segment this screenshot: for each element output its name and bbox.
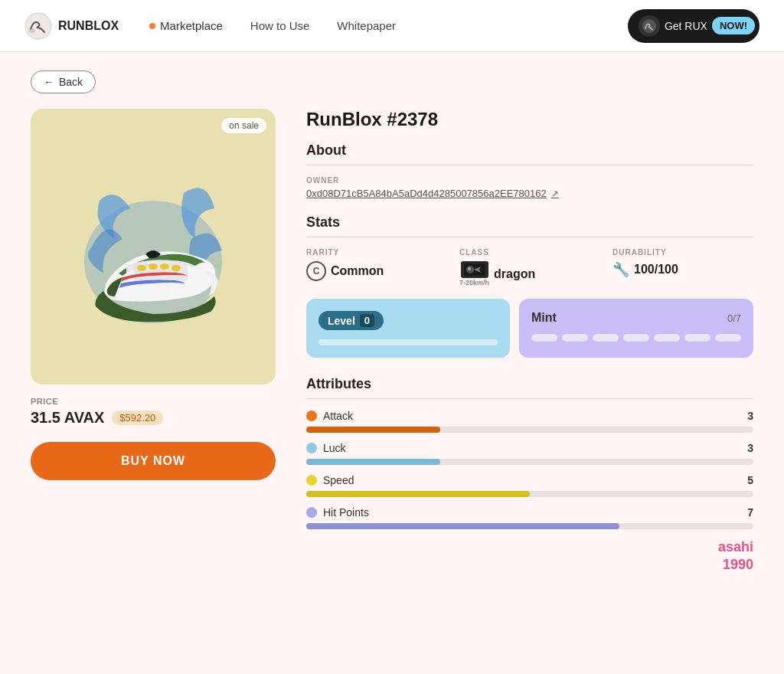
attribute-row-hit-points: Hit Points 7 [306, 506, 753, 529]
hit-points-value: 7 [747, 506, 753, 519]
mint-label: Mint [531, 311, 557, 325]
nav-whitepaper[interactable]: Whitepaper [337, 19, 396, 32]
price-usd: $592.20 [112, 411, 163, 425]
rux-logo-icon [639, 15, 660, 37]
durability-stat: DURABILITY 🔧 100/100 [612, 248, 753, 286]
mint-dot-7 [715, 334, 741, 342]
rarity-icon: C [306, 261, 326, 281]
back-arrow-icon: ← [44, 76, 54, 88]
price-label: PRICE [31, 397, 276, 406]
on-sale-badge: on sale [221, 118, 266, 133]
speed-bar-background [306, 491, 753, 497]
class-stat: CLASS [459, 248, 600, 286]
luck-bar-background [306, 459, 753, 465]
mint-dot-3 [593, 334, 619, 342]
price-avax: 31.5 AVAX [31, 409, 104, 427]
luck-bar-fill [306, 459, 440, 465]
now-badge: NOW! [712, 17, 755, 34]
svg-point-1 [29, 28, 35, 33]
mint-dot-1 [531, 334, 557, 342]
stats-section: Stats RARITY C Common CLASS [306, 214, 753, 286]
luck-value: 3 [747, 442, 753, 454]
right-panel: RunBlox #2378 About OWNER 0xd08D71cB5A84… [306, 109, 753, 574]
rarity-stat: RARITY C Common [306, 248, 447, 286]
attributes-section: Attributes Attack 3 [306, 376, 753, 529]
attributes-divider [306, 398, 753, 399]
back-button[interactable]: ← Back [31, 70, 96, 93]
svg-point-8 [172, 265, 181, 271]
class-icon-wrapper: 7-20km/h [459, 261, 489, 286]
cards-row: Level 0 Mint 0/7 [306, 299, 753, 358]
hit-points-dot [306, 507, 317, 518]
level-number: 0 [360, 314, 374, 327]
nav-dot [149, 23, 155, 29]
attack-value: 3 [747, 410, 753, 422]
attack-bar-background [306, 427, 753, 433]
svg-point-11 [468, 267, 471, 270]
watermark: asahi 1990 [306, 538, 753, 574]
owner-label: OWNER [306, 176, 753, 185]
mint-dot-6 [684, 334, 710, 342]
logo-text: RUNBLOX [58, 19, 119, 33]
svg-point-6 [149, 263, 158, 270]
nft-sneaker-image [54, 139, 253, 354]
speed-value: 5 [747, 474, 753, 486]
mint-dot-5 [654, 334, 680, 342]
about-divider [306, 165, 753, 165]
attribute-row-speed: Speed 5 [306, 474, 753, 497]
speed-dot [306, 475, 317, 486]
price-section: PRICE 31.5 AVAX $592.20 [31, 397, 276, 427]
hit-points-label: Hit Points [323, 506, 369, 519]
main-nav: Marketplace How to Use Whitepaper [149, 19, 628, 32]
nav-marketplace[interactable]: Marketplace [149, 19, 223, 32]
luck-label: Luck [323, 442, 346, 454]
class-dragon-icon [461, 261, 488, 278]
owner-address[interactable]: 0xd08D71cB5A84bA5aDd4d4285007856a2EE7801… [306, 188, 753, 199]
mint-dot-4 [623, 334, 649, 342]
svg-point-5 [137, 265, 146, 271]
hit-points-bar-fill [306, 523, 619, 529]
attack-bar-fill [306, 427, 440, 433]
speed-label: Speed [323, 474, 354, 486]
logo-icon [24, 12, 52, 40]
attributes-section-title: Attributes [306, 376, 753, 392]
nft-title: RunBlox #2378 [306, 109, 753, 130]
logo[interactable]: RUNBLOX [24, 12, 119, 40]
stats-divider [306, 237, 753, 237]
mint-count: 0/7 [727, 312, 741, 324]
buy-now-button[interactable]: BUY NOW [31, 442, 276, 480]
stats-section-title: Stats [306, 214, 753, 231]
luck-dot [306, 443, 317, 453]
external-link-icon: ↗ [551, 188, 559, 199]
durability-icon: 🔧 [612, 261, 629, 278]
attack-label: Attack [323, 410, 353, 422]
level-card: Level 0 [306, 299, 510, 358]
left-panel: on sale [31, 109, 276, 480]
nav-how-to-use[interactable]: How to Use [250, 19, 310, 32]
attribute-row-luck: Luck 3 [306, 442, 753, 465]
mint-card: Mint 0/7 [519, 299, 753, 358]
mint-dots [531, 334, 741, 342]
speed-bar-fill [306, 491, 530, 497]
nft-image-card: on sale [31, 109, 276, 384]
get-rux-button[interactable]: Get RUX NOW! [628, 9, 760, 43]
level-bar-background [318, 339, 498, 345]
attribute-row-attack: Attack 3 [306, 410, 753, 433]
svg-point-7 [160, 263, 169, 270]
attack-dot [306, 411, 317, 421]
hit-points-bar-background [306, 523, 753, 529]
level-badge: Level 0 [318, 311, 384, 330]
mint-dot-2 [562, 334, 588, 342]
about-section-title: About [306, 142, 753, 159]
